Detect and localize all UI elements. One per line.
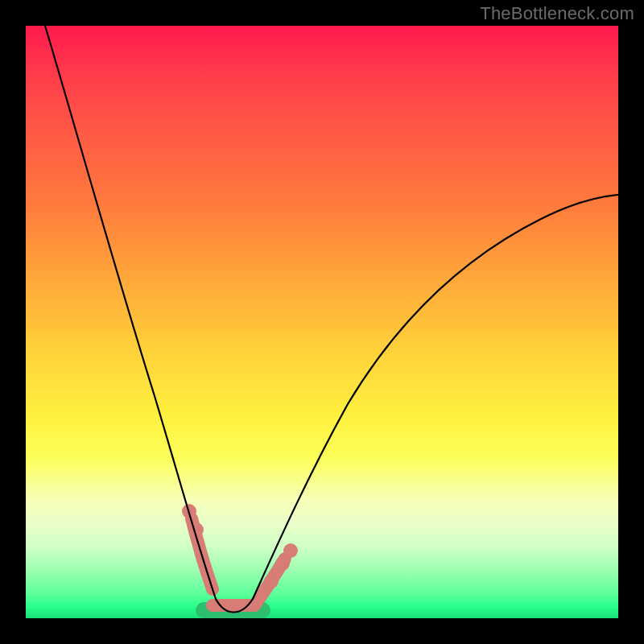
bottleneck-curve	[45, 26, 618, 613]
curve-layer	[26, 26, 618, 618]
highlight-dot	[264, 574, 279, 588]
highlight-dot	[283, 543, 298, 558]
highlight-dot	[275, 556, 290, 571]
plot-area	[26, 26, 618, 618]
watermark-text: TheBottleneck.com	[480, 3, 634, 24]
chart-frame: TheBottleneck.com	[0, 0, 644, 644]
